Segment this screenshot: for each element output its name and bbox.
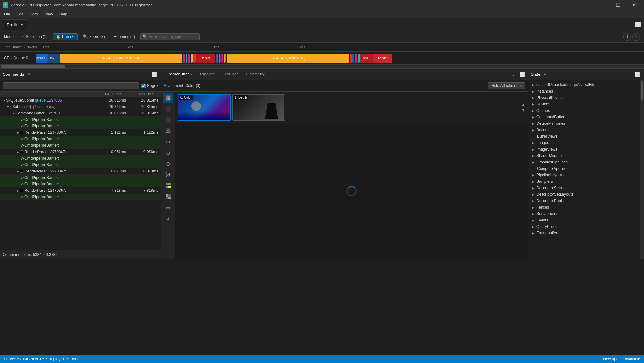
profile-tab-close[interactable]: × — [21, 22, 23, 27]
state-item-queues[interactable]: ▶ Queues — [528, 107, 640, 114]
tab-framebuffer[interactable]: Framebuffer × — [162, 70, 196, 78]
state-item-descriptorSetLayouts[interactable]: ▶ DescriptorSetLayouts — [528, 191, 640, 198]
track-seg-pink5[interactable] — [222, 54, 223, 63]
track-seg-purple[interactable] — [220, 54, 222, 63]
table-row[interactable]: ▼ vkQueueSubmit queue 1297036 16.815ms 1… — [0, 97, 161, 103]
state-item-computePipelines[interactable]: ComputePipelines — [528, 165, 640, 172]
state-item-shaderModules[interactable]: ▶ ShaderModules — [528, 152, 640, 159]
zoom-mode-button[interactable]: 🔍 Zoom (3) — [80, 33, 108, 40]
menu-help[interactable]: Help — [57, 11, 70, 17]
track-seg-render3[interactable]: Render — [373, 54, 392, 63]
table-row[interactable]: vkCmdPipelineBarrier: — [0, 155, 161, 162]
menu-view[interactable]: View — [42, 11, 55, 17]
state-close-button[interactable]: × — [542, 71, 548, 78]
framebuffer-depth-tool[interactable] — [163, 104, 173, 114]
minimize-button[interactable]: ─ — [594, 0, 609, 10]
horizontal-scrollbar[interactable] — [0, 64, 644, 68]
framebuffer-export-tool[interactable]: 🖼 — [163, 170, 173, 180]
state-item-queryPools[interactable]: ▶ QueryPools — [528, 223, 640, 230]
track-seg-blue2[interactable] — [216, 54, 217, 63]
track-segment[interactable]: [5384 0... — [36, 54, 48, 63]
state-item-pipelineLayouts[interactable]: ▶ PipelineLayouts — [528, 172, 640, 178]
timing-mode-button[interactable]: ⊢ Timing (4) — [111, 33, 138, 40]
framebuffer-zoom-out-tool[interactable]: ⊖ — [163, 159, 173, 169]
framebuffer-crop-tool[interactable]: ▭ — [163, 202, 173, 213]
track-seg-pink3[interactable] — [193, 54, 196, 63]
new-update-link[interactable]: New update available — [603, 357, 640, 361]
depth-attachment-thumb[interactable]: 1: Depth — [232, 94, 285, 121]
expand-arrow[interactable]: ▶ — [17, 189, 19, 192]
state-item-commandBuffers[interactable]: ▶ CommandBuffers — [528, 114, 640, 120]
menu-file[interactable]: File — [1, 11, 13, 17]
framebuffer-zoom-in-tool[interactable]: ⊕ — [163, 148, 173, 158]
state-item-framebuffers[interactable]: ▶ Framebuffers — [528, 230, 640, 236]
framebuffer-1to1-tool[interactable]: 1:1 — [163, 137, 173, 147]
table-row[interactable]: ▼ Command Buffer: 129703 16.815ms 16.815… — [0, 110, 161, 116]
state-item-deviceMemories[interactable]: ▶ DeviceMemories — [528, 120, 640, 127]
table-row[interactable]: vkCmdPipelineBarrier: — [0, 136, 161, 142]
table-row[interactable]: vkCmdPipelineBarrier: — [0, 181, 161, 187]
profile-tab[interactable]: Profile × — [3, 19, 27, 30]
state-item-buffers[interactable]: ▶ Buffers — [528, 127, 640, 133]
gpu-queue-track[interactable]: [5384 0... Binn... [5384 0 0 1110] (2280… — [36, 53, 640, 63]
framebuffer-tab-close[interactable]: × — [190, 72, 192, 76]
state-item-descriptorSets[interactable]: ▶ DescriptorSets — [528, 185, 640, 191]
track-seg-pink2[interactable] — [188, 54, 190, 63]
maximize-panel-button[interactable]: ⬜ — [635, 21, 641, 27]
state-item-images[interactable]: ▶ Images — [528, 140, 640, 146]
state-item-physicalDevices[interactable]: ▶ PhysicalDevices — [528, 94, 640, 101]
expand-arrow[interactable]: ▼ — [12, 112, 15, 115]
state-maximize-button[interactable]: ⬜ — [633, 71, 641, 78]
state-scrollbar-thumb[interactable] — [641, 81, 643, 100]
state-item-descriptorPools[interactable]: ▶ DescriptorPools — [528, 198, 640, 204]
color-attachment-thumb[interactable]: 0: Color — [178, 94, 231, 121]
state-item-cachedUnpacked[interactable]: ▶ cachedUnpackedImageAspectBits — [528, 82, 640, 88]
track-segment-binn[interactable]: Binn... — [48, 54, 60, 63]
hide-attachments-button[interactable]: Hide Attachments — [488, 82, 525, 89]
filter-tracks-input[interactable] — [140, 33, 200, 40]
menu-edit[interactable]: Edit — [14, 11, 26, 17]
expand-arrow[interactable]: ▼ — [3, 99, 6, 102]
state-item-devices[interactable]: ▶ Devices — [528, 101, 640, 107]
framebuffer-normals-tool[interactable] — [163, 126, 173, 136]
tab-geometry[interactable]: Geometry — [242, 70, 268, 78]
track-seg-yellow2[interactable] — [191, 54, 193, 63]
state-item-fences[interactable]: ▶ Fences — [528, 204, 640, 211]
help-button[interactable]: ? — [632, 33, 640, 41]
state-item-samplers[interactable]: ▶ Samplers — [528, 178, 640, 185]
state-item-bufferViews[interactable]: BufferViews — [528, 133, 640, 140]
track-seg-main2[interactable]: [5384 0 4672] (2280x1080) — [227, 54, 349, 63]
track-segment-main[interactable]: [5384 0 0 1110] (2280x1080) — [60, 54, 182, 63]
middle-expand-button[interactable]: ⌄ — [511, 71, 517, 78]
track-seg-yellow3[interactable] — [224, 54, 225, 63]
table-row[interactable]: ▶ RenderPass: 12970367: 7.818ms 7.818ms — [0, 187, 161, 194]
commands-list[interactable]: ▼ vkQueueSubmit queue 1297036 16.815ms 1… — [0, 97, 161, 250]
state-item-events[interactable]: ▶ Events — [528, 217, 640, 223]
expand-arrow[interactable]: ▶ — [17, 150, 19, 154]
table-row[interactable]: ▶ RenderPass: 12970367: 0.056ms 0.056ms — [0, 149, 161, 155]
state-vertical-scrollbar[interactable] — [640, 80, 644, 259]
attachment-scroll-down[interactable]: ▼ — [521, 108, 525, 113]
expand-arrow[interactable]: ▶ — [17, 170, 19, 173]
table-row[interactable]: vkCmdPipelineBarrier: — [0, 123, 161, 129]
framebuffer-stencil-tool[interactable]: S — [163, 115, 173, 125]
table-row[interactable]: vkCmdPipelineBarrier: — [0, 162, 161, 168]
table-row[interactable]: vkCmdPipelineBarrier: — [0, 194, 161, 200]
track-seg-render2[interactable]: [538... — [360, 54, 373, 63]
commands-maximize-button[interactable]: ⬜ — [150, 71, 158, 78]
maximize-button[interactable]: ☐ — [610, 0, 625, 10]
track-seg-render[interactable]: Render — [196, 54, 215, 63]
track-seg-blue3[interactable] — [352, 54, 354, 63]
track-seg-pink4[interactable] — [217, 54, 218, 63]
track-seg-cyan2[interactable] — [219, 54, 220, 63]
track-seg-pink1[interactable] — [183, 54, 185, 63]
table-row[interactable]: ▶ RenderPass: 12970367: 0.073ms 0.073ms — [0, 168, 161, 174]
framebuffer-checker-tool[interactable] — [163, 191, 173, 202]
info-button[interactable]: ℹ — [623, 33, 631, 41]
attachment-scroll-up[interactable]: ▲ — [521, 102, 525, 107]
framebuffer-download-tool[interactable]: ⬇ — [163, 213, 173, 224]
pan-mode-button[interactable]: ✋ Pan (2) — [53, 33, 78, 40]
track-seg-cyan3[interactable] — [358, 54, 360, 63]
table-row[interactable]: vkCmdPipelineBarrier: — [0, 142, 161, 149]
track-seg-pink7[interactable] — [355, 54, 357, 63]
